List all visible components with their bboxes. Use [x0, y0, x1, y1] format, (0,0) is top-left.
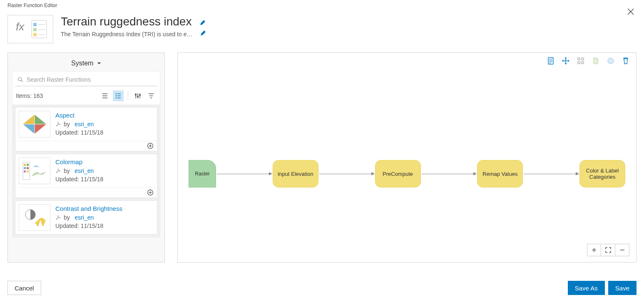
add-scalar-button[interactable]: [607, 57, 614, 65]
svg-marker-17: [35, 115, 46, 124]
function-card: Aspect by esri_en Updated: 11/15/18: [15, 107, 157, 151]
save-button[interactable]: Save: [608, 281, 637, 295]
function-name-link[interactable]: Colormap: [55, 158, 103, 167]
items-count: Items: 163: [16, 92, 43, 99]
node-label: Color & Label Categories: [583, 168, 622, 180]
by-label: by: [64, 168, 70, 174]
node-label: Input Elevation: [278, 171, 313, 177]
document-icon: [547, 57, 554, 65]
move-icon: [562, 57, 569, 65]
function-name-link[interactable]: Contrast and Brightness: [55, 204, 122, 213]
add-circle-icon: [607, 57, 614, 65]
delete-button[interactable]: [622, 57, 629, 65]
aspect-icon: [21, 113, 48, 135]
list-lines-icon: [102, 92, 108, 99]
svg-marker-19: [23, 124, 35, 134]
fx-icon: fx: [12, 18, 49, 40]
function-canvas[interactable]: Raster Input Elevation PreCompute Remap …: [177, 52, 637, 262]
chevron-down-icon: [97, 60, 101, 67]
owner-link[interactable]: esri_en: [75, 121, 94, 128]
function-name-link[interactable]: Aspect: [55, 111, 103, 120]
auto-layout-button[interactable]: [577, 57, 584, 65]
template-thumbnail: fx: [7, 15, 53, 43]
owner-link[interactable]: esri_en: [75, 214, 94, 221]
svg-marker-18: [35, 124, 46, 134]
edge: [422, 174, 477, 174]
svg-point-12: [116, 98, 117, 99]
svg-rect-26: [24, 167, 26, 169]
svg-point-11: [116, 95, 117, 97]
svg-marker-32: [35, 218, 45, 226]
svg-rect-37: [582, 62, 584, 64]
category-label: System: [71, 60, 93, 67]
list-bullets-icon: [115, 92, 122, 99]
zoom-out-button[interactable]: [615, 244, 629, 256]
pencil-icon: [200, 30, 206, 37]
grid-icon: [577, 57, 584, 65]
page-subtitle: The Terrain Ruggedness Index (TRI) is us…: [61, 31, 194, 38]
pencil-icon: [199, 20, 206, 26]
function-thumb: [19, 111, 50, 138]
node-label: Remap Values: [482, 171, 517, 177]
search-field[interactable]: [15, 73, 157, 86]
add-function-button[interactable]: [147, 142, 154, 151]
node-color-label-categories[interactable]: Color & Label Categories: [579, 160, 625, 188]
svg-rect-27: [27, 167, 29, 169]
search-input[interactable]: [26, 76, 155, 83]
page-title: Terrain ruggedness index: [61, 15, 191, 28]
pan-button[interactable]: [562, 57, 569, 65]
view-list-compact-button[interactable]: [99, 90, 110, 101]
node-input-elevation[interactable]: Input Elevation: [273, 160, 318, 188]
sliders-icon: [134, 92, 141, 99]
properties-button[interactable]: [547, 57, 554, 65]
updated-label: Updated: 11/15/18: [55, 222, 122, 230]
node-precompute[interactable]: PreCompute: [375, 160, 421, 188]
svg-rect-36: [578, 62, 580, 64]
edge: [217, 174, 272, 174]
svg-rect-34: [578, 58, 580, 60]
svg-text:fx: fx: [16, 20, 25, 33]
function-card: Contrast and Brightness by esri_en Updat…: [15, 200, 157, 235]
zoom-fit-button[interactable]: [601, 244, 615, 256]
svg-rect-25: [27, 164, 29, 166]
save-as-button[interactable]: Save As: [568, 281, 605, 295]
by-label: by: [64, 214, 70, 221]
zoom-in-button[interactable]: [587, 244, 601, 256]
filter-button[interactable]: [146, 90, 157, 101]
svg-rect-4: [33, 28, 37, 31]
contrast-brightness-icon: [21, 206, 48, 229]
node-remap-values[interactable]: Remap Values: [477, 160, 523, 188]
tools-icon: [55, 121, 61, 127]
node-raster[interactable]: Raster: [189, 160, 216, 188]
edit-subtitle-button[interactable]: [200, 30, 206, 38]
svg-rect-2: [33, 23, 37, 26]
function-thumb: [19, 204, 50, 231]
svg-rect-29: [27, 170, 29, 172]
add-function-button[interactable]: [147, 189, 154, 198]
svg-point-8: [18, 78, 22, 81]
edit-title-button[interactable]: [199, 20, 206, 28]
node-label: Raster: [195, 171, 209, 177]
plus-icon: [591, 247, 597, 253]
owner-link[interactable]: esri_en: [75, 168, 94, 174]
updated-label: Updated: 11/15/18: [55, 175, 103, 183]
tools-icon: [55, 168, 61, 174]
search-icon: [17, 77, 23, 82]
add-raster-button[interactable]: [592, 57, 599, 65]
plus-circle-icon: [147, 189, 154, 196]
cancel-button[interactable]: Cancel: [7, 281, 41, 295]
svg-rect-33: [548, 58, 553, 64]
minus-icon: [619, 247, 626, 253]
colormap-icon: [21, 160, 48, 182]
view-list-detailed-button[interactable]: [113, 90, 124, 101]
sort-adjust-button[interactable]: [132, 90, 143, 101]
function-list-panel: System Items: 163: [7, 52, 165, 262]
svg-rect-6: [33, 33, 37, 36]
node-label: PreCompute: [383, 171, 413, 177]
category-dropdown[interactable]: System: [8, 53, 164, 71]
function-card: Colormap by esri_en Updated: 11/15/18: [15, 154, 157, 198]
function-thumb: [19, 158, 50, 184]
plus-circle-icon: [147, 142, 154, 149]
edge: [524, 174, 579, 174]
window-label: Raster Function Editor: [7, 2, 57, 8]
